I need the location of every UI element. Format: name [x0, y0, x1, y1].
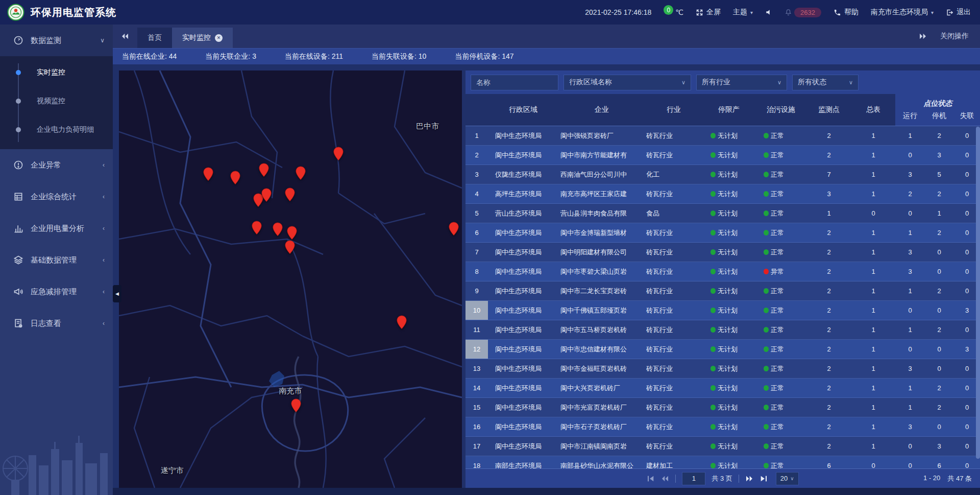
map-pin-icon[interactable] — [261, 188, 272, 202]
map-pin-icon[interactable] — [296, 166, 306, 180]
tab-realtime-monitoring[interactable]: 实时监控 ✕ — [172, 28, 233, 48]
cell-industry: 化工 — [645, 170, 702, 179]
table-row[interactable]: 2阆中生态环境局阆中市南方节能建材有砖瓦行业无计划正常21030 — [465, 146, 980, 165]
sidebar-item-label: 应急减排管理 — [31, 287, 77, 297]
sidebar-item-label: 企业异常 — [31, 160, 61, 170]
table-row[interactable]: 16阆中生态环境局阆中市石子页岩机砖厂砖瓦行业无计划正常21300 — [465, 417, 980, 437]
cell-monitor-points: 2 — [806, 132, 851, 139]
limit-label: 无计划 — [718, 132, 738, 139]
table-row[interactable]: 12阆中生态环境局阆中市忠信建材有限公砖瓦行业无计划正常21003 — [465, 340, 980, 359]
table-row[interactable]: 18南部生态环境局南部县砂华山水泥有限公建材加工无计划正常60060 — [465, 456, 980, 468]
map-pin-icon[interactable] — [448, 222, 459, 236]
sidebar-subitem-视频监控[interactable]: 视频监控 — [0, 87, 113, 115]
status-select[interactable]: 所有状态 ∨ — [792, 75, 859, 90]
sidebar-item-数据监测[interactable]: 数据监测∨ — [0, 25, 113, 56]
cell-running: 0 — [895, 442, 925, 450]
sidebar-item-应急减排管理[interactable]: 应急减排管理‹ — [0, 276, 113, 308]
table-row[interactable]: 3仪陇生态环境局西南油气田分公司川中化工无计划正常71350 — [465, 165, 980, 184]
cell-company: 阆中市忠信建材有限公 — [558, 345, 645, 354]
limit-label: 无计划 — [718, 190, 738, 198]
map-pin-icon[interactable] — [203, 167, 213, 181]
map-pin-icon[interactable] — [333, 147, 344, 161]
table-row[interactable]: 11阆中生态环境局阆中市五马桥页岩机砖砖瓦行业无计划正常21120 — [465, 320, 980, 340]
name-filter-input[interactable] — [471, 75, 558, 90]
cell-stopped: 0 — [925, 268, 953, 275]
region-select[interactable]: 行政区域名称 ∨ — [564, 75, 691, 90]
status-dot-icon — [710, 249, 716, 255]
sidebar-item-企业异常[interactable]: 企业异常‹ — [0, 149, 113, 181]
table-row[interactable]: 14阆中生态环境局阆中大兴页岩机砖厂砖瓦行业无计划正常21120 — [465, 379, 980, 398]
layers-icon — [13, 255, 23, 265]
stat-当前失联设备: 当前失联设备: 10 — [372, 52, 426, 61]
map-pin-icon[interactable] — [290, 398, 301, 413]
cell-limit-production: 无计划 — [702, 228, 755, 238]
sidebar-item-日志查看[interactable]: 日志查看‹ — [0, 308, 113, 339]
table-row[interactable]: 7阆中生态环境局阆中明阳建材有限公司砖瓦行业无计划正常21300 — [465, 243, 980, 262]
table-row[interactable]: 6阆中生态环境局阆中市金博瑞新型墙材砖瓦行业无计划正常21120 — [465, 223, 980, 243]
tab-home[interactable]: 首页 — [137, 28, 172, 48]
sound-button[interactable] — [765, 9, 772, 16]
user-org-label: 南充市生态环境局 — [871, 8, 928, 17]
cell-industry: 砖瓦行业 — [645, 287, 702, 296]
next-page-button[interactable] — [745, 475, 753, 482]
industry-select[interactable]: 所有行业 ∨ — [696, 75, 787, 90]
map-pin-icon[interactable] — [287, 226, 298, 240]
table-scrollbar-thumb[interactable] — [976, 127, 980, 459]
exit-button[interactable]: 退出 — [946, 8, 971, 17]
close-operations-button[interactable]: 关闭操作 — [940, 32, 969, 41]
sidebar-subitem-实时监控[interactable]: 实时监控 — [0, 58, 113, 87]
tabs-scroll-left-button[interactable] — [113, 25, 137, 48]
facility-label: 正常 — [771, 423, 784, 431]
status-dot-icon — [764, 385, 769, 391]
notifications[interactable]: 2632 — [785, 8, 821, 17]
map-panel[interactable]: 巴中市南充市遂宁市 — [119, 70, 462, 488]
close-tab-icon[interactable]: ✕ — [215, 34, 223, 42]
table-row[interactable]: 17阆中生态环境局阆中市江南镇阆南页岩砖瓦行业无计划正常21030 — [465, 437, 980, 456]
user-dropdown[interactable]: 南充市生态环境局 ▾ — [871, 8, 934, 17]
map-pin-icon[interactable] — [230, 171, 241, 185]
cell-offline: 0 — [953, 462, 980, 468]
sidebar-item-企业综合统计[interactable]: 企业综合统计‹ — [0, 181, 113, 213]
map-pin-icon[interactable] — [396, 315, 407, 329]
cell-industry: 砖瓦行业 — [645, 422, 702, 432]
table-row[interactable]: 4高坪生态环境局南充市高坪区王家店建砖瓦行业无计划正常31220 — [465, 184, 980, 204]
tabs-scroll-right-button[interactable] — [919, 33, 927, 40]
sidebar-item-基础数据管理[interactable]: 基础数据管理‹ — [0, 244, 113, 276]
sidebar-item-企业用电量分析[interactable]: 企业用电量分析‹ — [0, 213, 113, 244]
status-dot-icon — [764, 191, 769, 197]
facility-label: 正常 — [771, 365, 784, 372]
table-row[interactable]: 8阆中生态环境局阆中市枣碧大梁山页岩砖瓦行业无计划异常21300 — [465, 262, 980, 281]
cell-monitor-points: 3 — [806, 190, 851, 198]
stat-当前失联企业: 当前失联企业: 3 — [205, 52, 256, 61]
sidebar-subitem-企业电力负荷明细[interactable]: 企业电力负荷明细 — [0, 115, 113, 144]
collapse-map-button[interactable]: ◀ — [113, 285, 121, 302]
cell-company: 阆中市二龙长宝页岩砖 — [558, 287, 645, 296]
first-page-button[interactable] — [647, 475, 655, 482]
last-page-button[interactable] — [760, 475, 768, 482]
status-dot-icon — [710, 152, 716, 158]
map-pin-icon[interactable] — [285, 187, 296, 202]
page-number-input[interactable]: 1 — [682, 472, 705, 485]
help-button[interactable]: 帮助 — [834, 8, 859, 17]
fullscreen-button[interactable]: 全屏 — [696, 8, 721, 17]
city-silhouette-decoration — [0, 408, 113, 495]
table-row[interactable]: 1阆中生态环境局阆中强锐页岩砖厂砖瓦行业无计划正常21120 — [465, 126, 980, 146]
table-row[interactable]: 9阆中生态环境局阆中市二龙长宝页岩砖砖瓦行业无计划正常21120 — [465, 281, 980, 301]
map-pin-icon[interactable] — [252, 221, 262, 235]
theme-dropdown[interactable]: 主题 ▾ — [733, 8, 753, 17]
prev-page-button[interactable] — [661, 475, 669, 482]
table-row[interactable]: 13阆中生态环境局阆中市金福旺页岩机砖砖瓦行业无计划正常21300 — [465, 359, 980, 379]
cell-index: 11 — [465, 320, 488, 339]
map-pin-icon[interactable] — [273, 222, 283, 237]
table-row[interactable]: 5营山生态环境局营山县润丰肉食品有限食品无计划正常10010 — [465, 204, 980, 223]
cell-stopped: 1 — [925, 209, 953, 217]
table-row[interactable]: 10阆中生态环境局阆中千佛镇五郎垭页岩砖瓦行业无计划正常21003 — [465, 301, 980, 320]
cell-total-meter: 1 — [851, 345, 895, 353]
cell-stopped: 5 — [925, 171, 953, 178]
facility-label: 正常 — [771, 248, 784, 256]
page-size-select[interactable]: 20 ∨ — [776, 472, 799, 485]
map-pin-icon[interactable] — [258, 163, 269, 177]
table-row[interactable]: 15阆中生态环境局阆中市光富页岩机砖厂砖瓦行业无计划正常21120 — [465, 398, 980, 417]
map-pin-icon[interactable] — [285, 240, 296, 254]
sidebar-item-label: 企业用电量分析 — [31, 224, 84, 233]
